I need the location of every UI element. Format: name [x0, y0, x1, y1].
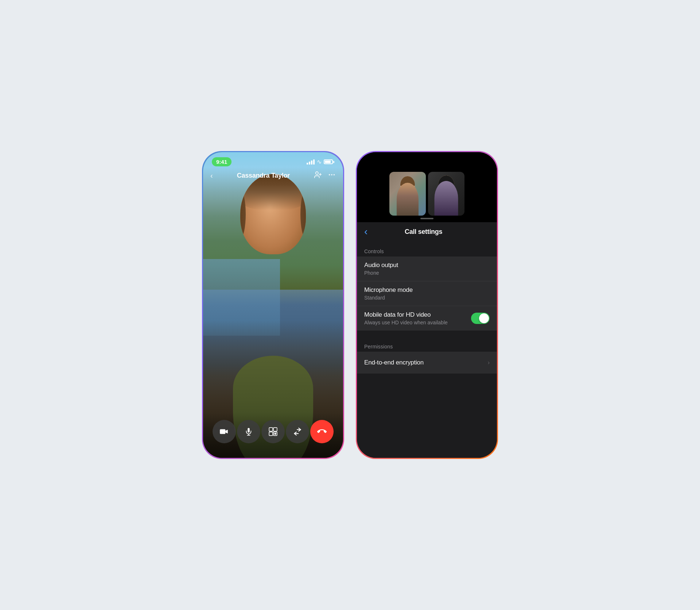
person-face: [240, 174, 306, 254]
call-back-button[interactable]: ‹: [210, 171, 213, 180]
battery-icon: [324, 159, 334, 164]
svg-point-0: [316, 172, 318, 174]
preview-person-1: [397, 183, 419, 216]
preview-thumb-2: [428, 172, 464, 216]
right-phone-screen: ‹ Call settings Controls Audio output: [357, 152, 497, 458]
mobile-data-hd-title: Mobile data for HD video: [364, 311, 448, 318]
battery-fill: [325, 161, 331, 163]
settings-title: Call settings: [370, 228, 477, 236]
wifi-icon: ∿: [317, 158, 322, 165]
microphone-mode-title: Microphone mode: [364, 286, 413, 294]
status-icons: ∿: [307, 158, 334, 165]
signal-bar-1: [307, 163, 308, 165]
encryption-text: End-to-end encryption: [364, 359, 424, 366]
left-phone-frame: 9:41 ∿: [202, 151, 344, 459]
svg-rect-9: [269, 428, 273, 431]
signal-bar-3: [311, 161, 312, 165]
right-phone-frame: ‹ Call settings Controls Audio output: [356, 151, 498, 459]
encryption-title: End-to-end encryption: [364, 359, 424, 366]
svg-rect-10: [273, 428, 277, 431]
microphone-mode-text: Microphone mode Standard: [364, 286, 413, 301]
audio-output-subtitle: Phone: [364, 270, 398, 276]
svg-point-5: [334, 174, 335, 175]
svg-point-4: [331, 174, 332, 175]
preview-bg-2: [428, 172, 464, 216]
settings-header: ‹ Call settings: [357, 222, 497, 243]
signal-bar-2: [309, 162, 310, 165]
video-camera-button[interactable]: [213, 420, 236, 443]
mobile-data-hd-item[interactable]: Mobile data for HD video Always use HD v…: [357, 306, 497, 331]
encryption-chevron-icon: ›: [488, 359, 490, 366]
drag-handle: [420, 218, 433, 219]
battery-body: [324, 159, 333, 164]
svg-point-13: [274, 433, 276, 435]
permissions-settings-group: End-to-end encryption ›: [357, 352, 497, 374]
more-options-button[interactable]: [328, 171, 336, 181]
microphone-button[interactable]: [237, 420, 260, 443]
audio-output-item[interactable]: Audio output Phone: [357, 256, 497, 281]
controls-section-header: Controls: [357, 246, 497, 256]
svg-point-3: [329, 174, 330, 175]
microphone-mode-item[interactable]: Microphone mode Standard: [357, 281, 497, 306]
hd-video-toggle[interactable]: [471, 313, 490, 324]
microphone-mode-subtitle: Standard: [364, 295, 413, 301]
svg-rect-11: [269, 432, 273, 436]
toggle-knob: [479, 313, 489, 323]
video-call-screen: 9:41 ∿: [203, 152, 343, 458]
battery-tip: [333, 161, 334, 163]
permissions-section-header: Permissions: [357, 341, 497, 352]
caller-name: Cassandra Taylor: [237, 172, 290, 179]
svg-rect-6: [220, 429, 225, 434]
video-status-bar: 9:41 ∿: [203, 152, 343, 169]
signal-bars: [307, 159, 315, 165]
audio-output-title: Audio output: [364, 262, 398, 269]
time-pill: 9:41: [212, 157, 232, 166]
face-render: [240, 174, 306, 254]
call-settings-screen: ‹ Call settings Controls Audio output: [357, 152, 497, 458]
call-header-actions: [314, 171, 336, 181]
section-divider: [357, 331, 497, 341]
flip-camera-button[interactable]: [286, 420, 309, 443]
mobile-data-hd-subtitle: Always use HD video when available: [364, 320, 448, 325]
video-preview-strip: [357, 152, 497, 222]
left-phone-screen: 9:41 ∿: [203, 152, 343, 458]
preview-thumb-1: [389, 172, 426, 216]
app-container: 9:41 ∿: [202, 151, 498, 459]
audio-output-text: Audio output Phone: [364, 262, 398, 276]
settings-back-button[interactable]: ‹: [364, 227, 368, 237]
settings-content: Controls Audio output Phone: [357, 243, 497, 458]
controls-settings-group: Audio output Phone Microphone mode Stand…: [357, 256, 497, 331]
add-person-button[interactable]: [314, 171, 322, 181]
encryption-item[interactable]: End-to-end encryption ›: [357, 352, 497, 374]
video-controls-bar: [203, 413, 343, 458]
preview-person-2: [435, 181, 458, 216]
effects-button[interactable]: [261, 420, 285, 443]
call-header: ‹ Cassandra Taylor: [203, 169, 343, 184]
signal-bar-4: [313, 159, 315, 165]
end-call-button[interactable]: [310, 420, 334, 443]
mobile-data-hd-text: Mobile data for HD video Always use HD v…: [364, 311, 448, 325]
preview-bg-1: [389, 172, 426, 216]
